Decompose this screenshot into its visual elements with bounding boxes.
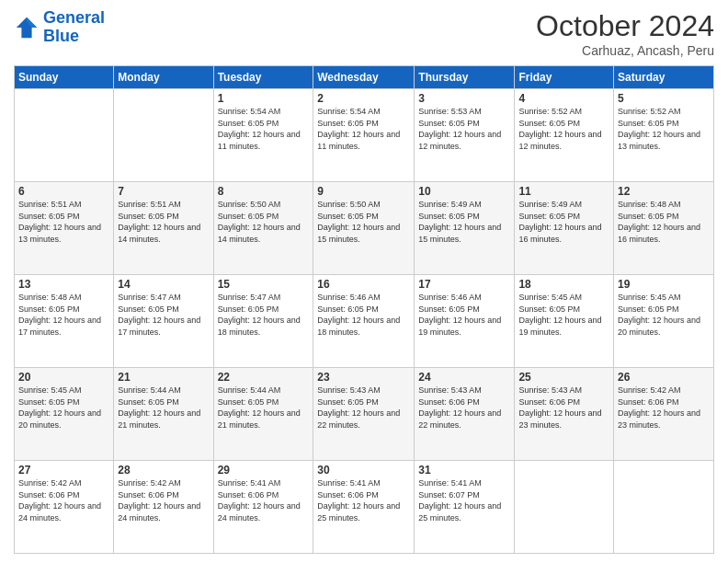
calendar-cell: 10Sunrise: 5:49 AMSunset: 6:05 PMDayligh…	[415, 182, 515, 275]
day-number: 7	[118, 185, 209, 198]
sunrise-text: Sunrise: 5:43 AM	[317, 385, 410, 396]
col-monday: Monday	[114, 66, 213, 89]
daylight-text: Daylight: 12 hours and 15 minutes.	[317, 222, 410, 245]
header-row: Sunday Monday Tuesday Wednesday Thursday…	[15, 66, 714, 89]
daylight-text: Daylight: 12 hours and 15 minutes.	[418, 222, 510, 245]
col-friday: Friday	[515, 66, 614, 89]
daylight-text: Daylight: 12 hours and 14 minutes.	[118, 222, 209, 245]
day-number: 6	[18, 185, 109, 198]
sunset-text: Sunset: 6:05 PM	[218, 396, 310, 408]
daylight-text: Daylight: 12 hours and 24 minutes.	[18, 500, 109, 523]
day-info: Sunrise: 5:48 AMSunset: 6:05 PMDaylight:…	[18, 292, 109, 338]
daylight-text: Daylight: 12 hours and 19 minutes.	[518, 315, 609, 338]
sunset-text: Sunset: 6:06 PM	[118, 489, 209, 501]
day-info: Sunrise: 5:51 AMSunset: 6:05 PMDaylight:…	[118, 199, 209, 245]
sunset-text: Sunset: 6:06 PM	[618, 396, 710, 408]
day-info: Sunrise: 5:45 AMSunset: 6:05 PMDaylight:…	[618, 292, 710, 338]
sunset-text: Sunset: 6:05 PM	[18, 211, 109, 223]
col-sunday: Sunday	[15, 66, 114, 89]
sunrise-text: Sunrise: 5:46 AM	[418, 292, 510, 304]
day-number: 11	[518, 185, 609, 198]
sunrise-text: Sunrise: 5:41 AM	[418, 477, 510, 489]
sunset-text: Sunset: 6:05 PM	[518, 304, 609, 316]
week-row-5: 27Sunrise: 5:42 AMSunset: 6:06 PMDayligh…	[15, 461, 714, 554]
day-info: Sunrise: 5:41 AMSunset: 6:07 PMDaylight:…	[418, 477, 510, 523]
sunrise-text: Sunrise: 5:42 AM	[618, 385, 710, 396]
calendar-cell: 24Sunrise: 5:43 AMSunset: 6:06 PMDayligh…	[415, 368, 515, 461]
calendar-cell: 30Sunrise: 5:41 AMSunset: 6:06 PMDayligh…	[313, 461, 415, 554]
day-number: 5	[618, 92, 710, 105]
daylight-text: Daylight: 12 hours and 13 minutes.	[18, 222, 109, 245]
sunset-text: Sunset: 6:05 PM	[418, 304, 510, 316]
sunrise-text: Sunrise: 5:49 AM	[518, 199, 609, 211]
sunset-text: Sunset: 6:05 PM	[317, 211, 410, 223]
day-number: 31	[418, 464, 510, 477]
calendar-cell: 2Sunrise: 5:54 AMSunset: 6:05 PMDaylight…	[313, 89, 415, 182]
day-number: 19	[618, 278, 710, 291]
day-number: 29	[218, 464, 310, 477]
calendar-cell: 21Sunrise: 5:44 AMSunset: 6:05 PMDayligh…	[114, 368, 213, 461]
calendar-cell: 9Sunrise: 5:50 AMSunset: 6:05 PMDaylight…	[313, 182, 415, 275]
sunset-text: Sunset: 6:05 PM	[218, 304, 310, 316]
calendar-cell: 13Sunrise: 5:48 AMSunset: 6:05 PMDayligh…	[15, 275, 114, 368]
day-number: 24	[418, 371, 510, 384]
daylight-text: Daylight: 12 hours and 16 minutes.	[518, 222, 609, 245]
sunrise-text: Sunrise: 5:53 AM	[418, 106, 510, 118]
sunrise-text: Sunrise: 5:50 AM	[317, 199, 410, 211]
day-number: 27	[18, 464, 109, 477]
col-tuesday: Tuesday	[213, 66, 313, 89]
calendar-body: 1Sunrise: 5:54 AMSunset: 6:05 PMDaylight…	[15, 89, 714, 554]
day-number: 3	[418, 92, 510, 105]
calendar-cell	[614, 461, 714, 554]
week-row-2: 6Sunrise: 5:51 AMSunset: 6:05 PMDaylight…	[15, 182, 714, 275]
day-info: Sunrise: 5:43 AMSunset: 6:05 PMDaylight:…	[317, 385, 410, 431]
day-number: 15	[218, 278, 310, 291]
sunrise-text: Sunrise: 5:54 AM	[317, 106, 410, 118]
daylight-text: Daylight: 12 hours and 24 minutes.	[218, 500, 310, 523]
day-info: Sunrise: 5:47 AMSunset: 6:05 PMDaylight:…	[118, 292, 209, 338]
sunrise-text: Sunrise: 5:47 AM	[118, 292, 209, 304]
day-info: Sunrise: 5:48 AMSunset: 6:05 PMDaylight:…	[618, 199, 710, 245]
week-row-3: 13Sunrise: 5:48 AMSunset: 6:05 PMDayligh…	[15, 275, 714, 368]
day-info: Sunrise: 5:53 AMSunset: 6:05 PMDaylight:…	[418, 106, 510, 152]
calendar-cell: 22Sunrise: 5:44 AMSunset: 6:05 PMDayligh…	[213, 368, 313, 461]
daylight-text: Daylight: 12 hours and 11 minutes.	[317, 129, 410, 152]
day-number: 8	[218, 185, 310, 198]
day-number: 22	[218, 371, 310, 384]
calendar-cell: 25Sunrise: 5:43 AMSunset: 6:06 PMDayligh…	[515, 368, 614, 461]
sunset-text: Sunset: 6:06 PM	[18, 489, 109, 501]
day-number: 12	[618, 185, 710, 198]
sunrise-text: Sunrise: 5:52 AM	[518, 106, 609, 118]
calendar-cell: 11Sunrise: 5:49 AMSunset: 6:05 PMDayligh…	[515, 182, 614, 275]
calendar-cell: 5Sunrise: 5:52 AMSunset: 6:05 PMDaylight…	[614, 89, 714, 182]
sunset-text: Sunset: 6:05 PM	[218, 118, 310, 130]
sunset-text: Sunset: 6:05 PM	[18, 396, 109, 408]
logo-line1: General	[43, 8, 105, 27]
sunset-text: Sunset: 6:05 PM	[317, 396, 410, 408]
daylight-text: Daylight: 12 hours and 25 minutes.	[418, 500, 510, 523]
calendar-cell: 19Sunrise: 5:45 AMSunset: 6:05 PMDayligh…	[614, 275, 714, 368]
daylight-text: Daylight: 12 hours and 19 minutes.	[418, 315, 510, 338]
calendar-cell	[114, 89, 213, 182]
logo-text: General Blue	[43, 9, 105, 46]
daylight-text: Daylight: 12 hours and 21 minutes.	[118, 408, 209, 431]
calendar-cell	[15, 89, 114, 182]
daylight-text: Daylight: 12 hours and 11 minutes.	[218, 129, 310, 152]
sunrise-text: Sunrise: 5:41 AM	[218, 477, 310, 489]
calendar-cell: 15Sunrise: 5:47 AMSunset: 6:05 PMDayligh…	[213, 275, 313, 368]
sunset-text: Sunset: 6:05 PM	[18, 304, 109, 316]
sunrise-text: Sunrise: 5:48 AM	[18, 292, 109, 304]
day-info: Sunrise: 5:43 AMSunset: 6:06 PMDaylight:…	[418, 385, 510, 431]
daylight-text: Daylight: 12 hours and 22 minutes.	[418, 408, 510, 431]
day-number: 13	[18, 278, 109, 291]
calendar-cell: 12Sunrise: 5:48 AMSunset: 6:05 PMDayligh…	[614, 182, 714, 275]
day-number: 10	[418, 185, 510, 198]
day-info: Sunrise: 5:46 AMSunset: 6:05 PMDaylight:…	[317, 292, 410, 338]
day-number: 28	[118, 464, 209, 477]
sunrise-text: Sunrise: 5:44 AM	[118, 385, 209, 396]
calendar-cell: 31Sunrise: 5:41 AMSunset: 6:07 PMDayligh…	[415, 461, 515, 554]
calendar-header: Sunday Monday Tuesday Wednesday Thursday…	[15, 66, 714, 89]
calendar-cell: 3Sunrise: 5:53 AMSunset: 6:05 PMDaylight…	[415, 89, 515, 182]
calendar-cell: 1Sunrise: 5:54 AMSunset: 6:05 PMDaylight…	[213, 89, 313, 182]
day-info: Sunrise: 5:42 AMSunset: 6:06 PMDaylight:…	[18, 477, 109, 523]
